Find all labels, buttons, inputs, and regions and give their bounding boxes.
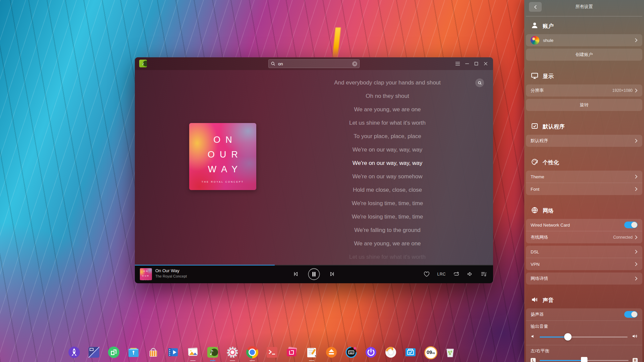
network-details-row[interactable]: 网络详情 xyxy=(526,273,642,285)
player-bar: ONOURWAY On Our Way The Royal Concept xyxy=(135,265,493,283)
lyrics-panel: And everybody clap your hands and shoutO… xyxy=(304,76,471,261)
lyric-search-button[interactable] xyxy=(475,78,484,87)
palette-icon xyxy=(531,158,539,167)
minimize-icon[interactable] xyxy=(462,57,472,70)
theme-row[interactable]: Theme xyxy=(526,171,642,183)
balance-left-label: L xyxy=(531,358,536,362)
lyric-line: We are young, we are one xyxy=(304,237,471,250)
search-icon xyxy=(478,81,482,85)
wired-network-card-toggle[interactable] xyxy=(624,222,638,228)
dock-input-method-icon[interactable] xyxy=(344,346,358,361)
dock-control-center-icon[interactable] xyxy=(226,346,239,361)
close-icon[interactable] xyxy=(481,57,490,70)
output-volume-slider[interactable] xyxy=(540,337,628,338)
settings-header: 所有设置 xyxy=(524,0,644,13)
row-label: DSL xyxy=(531,249,635,254)
lyric-line: We're losing time, time, time xyxy=(304,210,471,224)
lyric-line: To your place, place, place xyxy=(304,130,471,143)
lyric-line: We're losing time, time, time xyxy=(304,197,471,210)
volume-icon[interactable] xyxy=(467,271,473,277)
dock-indicator xyxy=(230,360,235,361)
chevron-right-icon xyxy=(635,88,638,93)
output-volume-slider-handle[interactable] xyxy=(564,333,572,341)
pause-button[interactable] xyxy=(308,268,320,281)
previous-button[interactable] xyxy=(292,271,299,277)
lyric-line: Let us shine for what it's worth xyxy=(304,250,471,261)
rotate-button[interactable]: 旋转 xyxy=(526,99,642,111)
volume-max-icon xyxy=(632,334,638,340)
dock-screenshot-icon[interactable] xyxy=(285,346,299,361)
section-default-apps: 默认程序默认程序 xyxy=(526,121,642,147)
row-label: 网络详情 xyxy=(531,276,635,282)
dock-indicator xyxy=(210,360,215,361)
default-apps-row[interactable]: 默认程序 xyxy=(526,135,642,147)
dock-indicator xyxy=(309,360,314,361)
section-display: 显示分辨率1920×1080旋转 xyxy=(526,71,642,111)
button-label: 旋转 xyxy=(580,102,589,108)
chevron-right-icon xyxy=(635,138,638,143)
now-playing-artist: The Royal Concept xyxy=(155,274,187,278)
row-value: 644×362 xyxy=(612,88,633,93)
svg-text:♪: ♪ xyxy=(210,349,214,356)
row-label: 有线网络 xyxy=(531,234,613,240)
dock-chrome-icon[interactable] xyxy=(246,346,259,361)
clear-search-icon[interactable] xyxy=(352,61,357,66)
speaker-toggle[interactable] xyxy=(624,311,638,318)
create-account-button[interactable]: 创建账户 xyxy=(526,49,642,61)
dock-trash-icon[interactable] xyxy=(443,346,457,361)
font-row[interactable]: Font xyxy=(526,183,642,195)
dock-camera-icon[interactable] xyxy=(384,346,397,361)
vpn-row[interactable]: VPN xyxy=(526,258,642,270)
lrc-button[interactable]: LRC xyxy=(437,272,446,277)
album-artist-caption: THE ROYAL CONCEPT xyxy=(189,181,256,183)
menu-icon[interactable] xyxy=(453,57,462,70)
dock-disk-utility-icon[interactable] xyxy=(325,346,338,361)
chevron-right-icon xyxy=(635,235,638,240)
section-title: 网络 xyxy=(543,207,554,215)
next-button[interactable] xyxy=(329,271,335,277)
balance-slider-handle[interactable] xyxy=(581,357,588,362)
wired-network-row[interactable]: 有线网络Connected xyxy=(526,231,642,243)
row-label: shule xyxy=(543,38,635,43)
resolution-row[interactable]: 分辨率1920×1080 xyxy=(526,84,642,97)
favorite-icon[interactable] xyxy=(423,271,430,277)
dock-datetime-icon[interactable]: 0941 xyxy=(424,346,437,361)
lyric-line: We're on our way, way, way xyxy=(304,143,471,157)
user-shule-row[interactable]: shule xyxy=(526,34,642,46)
dock-terminal-icon[interactable] xyxy=(265,346,279,361)
dock-gallery-icon[interactable] xyxy=(186,346,200,361)
now-playing-title: On Our Way xyxy=(155,268,179,273)
dock: ♪0941 xyxy=(0,346,524,361)
now-playing-thumbnail[interactable]: ONOURWAY xyxy=(140,268,152,280)
chevron-right-icon xyxy=(635,38,638,43)
dock-launcher-icon[interactable] xyxy=(67,346,81,361)
balance-slider[interactable] xyxy=(540,360,629,361)
section-account: 账户shule创建账户 xyxy=(526,20,642,61)
chevron-right-icon xyxy=(635,174,638,179)
titlebar[interactable]: ♪ xyxy=(135,57,493,70)
dock-multitasking-icon[interactable] xyxy=(107,346,120,361)
dsl-row[interactable]: DSL xyxy=(526,246,642,258)
dock-show-desktop-icon[interactable] xyxy=(87,346,101,361)
search-input[interactable] xyxy=(277,61,352,67)
speaker-icon xyxy=(531,296,539,305)
dock-shutdown-icon[interactable] xyxy=(364,346,378,361)
button-label: 创建账户 xyxy=(576,52,593,58)
dock-movie-icon[interactable] xyxy=(166,346,180,361)
section-personalization: 个性化ThemeFont xyxy=(526,157,642,195)
search-box[interactable] xyxy=(268,59,360,68)
dock-file-manager-icon[interactable] xyxy=(127,346,140,361)
wired-network-card-row: Wired Network Card xyxy=(526,219,642,231)
maximize-icon[interactable] xyxy=(472,57,481,70)
playlist-icon[interactable] xyxy=(480,271,487,277)
lyric-line: And everybody clap your hands and shout xyxy=(304,76,471,89)
dock-text-editor-icon[interactable] xyxy=(305,346,318,361)
dock-app-store-icon[interactable] xyxy=(147,346,160,361)
dock-music-icon[interactable]: ♪ xyxy=(206,346,219,361)
section-title: 默认程序 xyxy=(543,123,565,130)
dock-network-icon[interactable] xyxy=(404,346,417,361)
repeat-icon[interactable] xyxy=(453,271,460,277)
lyric-line: We are young, we are one xyxy=(304,103,471,116)
section-title: 个性化 xyxy=(543,159,559,166)
row-label: Theme xyxy=(531,174,635,179)
